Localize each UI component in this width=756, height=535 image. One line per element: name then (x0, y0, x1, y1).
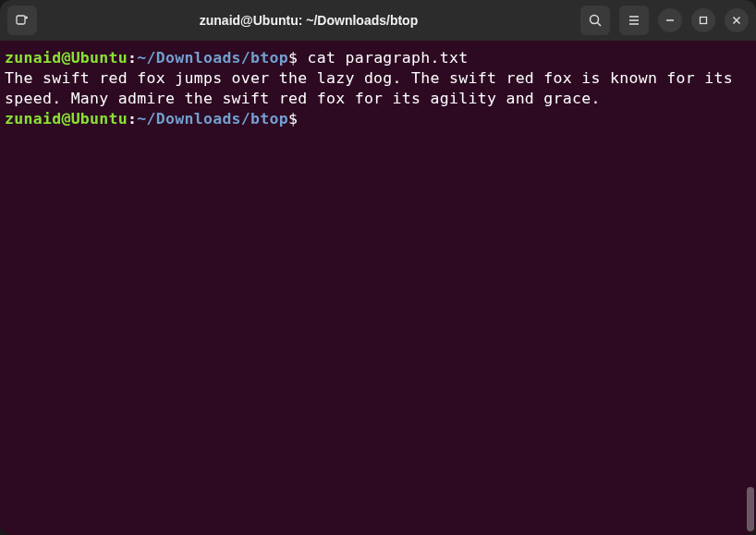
titlebar-left-controls (7, 6, 37, 35)
terminal-line-2: zunaid@Ubuntu:~/Downloads/btop$ (5, 109, 751, 129)
command-cursor (298, 110, 307, 128)
prompt-user: zunaid@Ubuntu (5, 49, 128, 67)
terminal-line-1: zunaid@Ubuntu:~/Downloads/btop$ cat para… (5, 48, 751, 68)
prompt-path: ~/Downloads/btop (137, 49, 288, 67)
hamburger-icon (627, 13, 641, 28)
prompt-colon: : (128, 49, 137, 67)
window-title: zunaid@Ubuntu: ~/Downloads/btop (37, 13, 580, 28)
titlebar: zunaid@Ubuntu: ~/Downloads/btop (0, 0, 756, 41)
svg-rect-0 (17, 16, 25, 24)
minimize-button[interactable] (658, 8, 682, 32)
command-text: cat paragraph.txt (298, 49, 468, 67)
prompt-dollar: $ (288, 49, 298, 67)
maximize-icon (699, 16, 708, 25)
prompt-colon: : (128, 110, 137, 128)
new-tab-icon (15, 13, 30, 28)
command-output: The swift red fox jumps over the lazy do… (5, 68, 751, 109)
prompt-path: ~/Downloads/btop (137, 110, 288, 128)
new-tab-button[interactable] (7, 6, 37, 35)
svg-line-2 (598, 23, 602, 27)
prompt-user: zunaid@Ubuntu (5, 110, 128, 128)
prompt-dollar: $ (288, 110, 298, 128)
search-button[interactable] (580, 6, 610, 35)
maximize-button[interactable] (691, 8, 715, 32)
scrollbar-thumb[interactable] (747, 487, 754, 531)
terminal-area[interactable]: zunaid@Ubuntu:~/Downloads/btop$ cat para… (0, 41, 756, 535)
svg-rect-7 (701, 18, 707, 24)
titlebar-right-controls (580, 6, 749, 35)
svg-point-1 (591, 16, 599, 24)
search-icon (588, 13, 603, 28)
menu-button[interactable] (619, 6, 649, 35)
minimize-icon (665, 16, 675, 25)
close-icon (732, 16, 741, 25)
close-button[interactable] (725, 8, 749, 32)
